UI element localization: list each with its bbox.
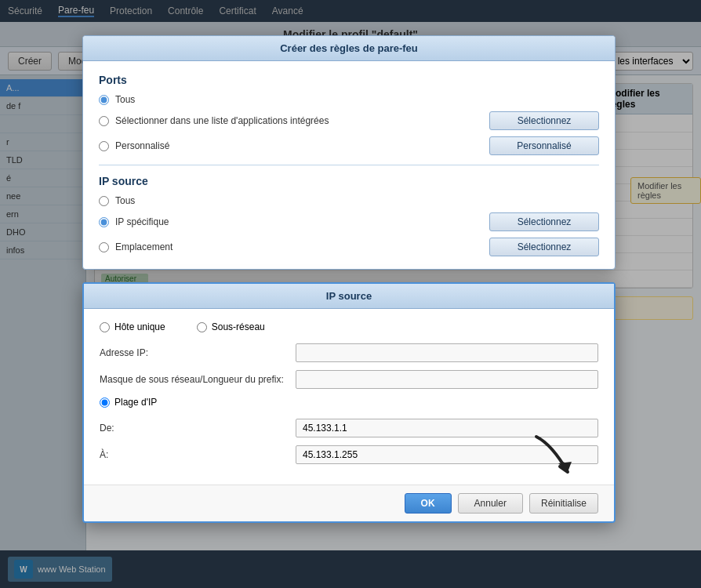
plage-ip-label: Plage d'IP <box>114 397 157 408</box>
dialog-ip-source: IP source Hôte unique Sous-réseau Adress… <box>82 282 616 523</box>
ports-tous-row: Tous <box>99 94 599 105</box>
ip-tous-radio[interactable] <box>99 196 109 206</box>
ip-source-section-title: IP source <box>99 175 599 187</box>
ports-radio-group: Tous Sélectionner dans une liste d'appli… <box>99 94 599 155</box>
de-input[interactable] <box>296 419 598 437</box>
ok-button[interactable]: OK <box>405 493 452 514</box>
masque-input[interactable] <box>296 370 598 389</box>
de-label: De: <box>100 423 288 434</box>
ip-type-radio-group: Hôte unique Sous-réseau <box>100 321 598 332</box>
masque-label: Masque de sous réseau/Longueur du prefix… <box>100 374 288 385</box>
ip-tous-label: Tous <box>115 195 135 206</box>
a-label: À: <box>100 449 288 460</box>
adresse-ip-input[interactable] <box>296 343 598 362</box>
ports-select-radio[interactable] <box>99 116 109 126</box>
dialog-ip-source-header: IP source <box>84 284 614 309</box>
ip-specific-button[interactable]: Sélectionnez <box>489 212 599 231</box>
ip-location-radio[interactable] <box>99 242 109 252</box>
plage-ip-row: Plage d'IP <box>100 397 598 408</box>
ip-specific-label: IP spécifique <box>115 216 169 227</box>
ports-select-row: Sélectionner dans une liste d'applicatio… <box>99 111 599 130</box>
adresse-ip-row: Adresse IP: <box>100 343 598 362</box>
ports-custom-button[interactable]: Personnalisé <box>489 136 599 155</box>
ports-section-title: Ports <box>99 74 599 86</box>
ports-tous-label: Tous <box>115 94 135 105</box>
ip-specific-row: IP spécifique Sélectionnez <box>99 212 599 231</box>
masque-row: Masque de sous réseau/Longueur du prefix… <box>100 370 598 389</box>
cancel-button[interactable]: Annuler <box>458 493 523 514</box>
sous-reseau-item: Sous-réseau <box>197 321 265 332</box>
plage-ip-radio[interactable] <box>100 397 110 408</box>
ports-tous-radio[interactable] <box>99 95 109 105</box>
a-input[interactable] <box>296 445 598 464</box>
ip-location-row: Emplacement Sélectionnez <box>99 238 599 256</box>
dialog-firewall-body: Ports Tous Sélectionner dans une liste d… <box>83 61 615 269</box>
hote-unique-item: Hôte unique <box>100 321 165 332</box>
ip-location-button[interactable]: Sélectionnez <box>489 238 599 256</box>
ip-location-label: Emplacement <box>115 241 173 252</box>
a-row: À: <box>100 445 598 464</box>
plage-ip-item: Plage d'IP <box>100 397 157 408</box>
dialog-ip-source-body: Hôte unique Sous-réseau Adresse IP: Masq… <box>84 309 614 485</box>
ports-custom-label: Personnalisé <box>115 140 169 151</box>
adresse-ip-label: Adresse IP: <box>100 347 288 358</box>
ip-specific-radio[interactable] <box>99 217 109 227</box>
dialog-firewall-header: Créer des règles de pare-feu <box>83 36 615 61</box>
hote-unique-label: Hôte unique <box>114 321 165 332</box>
sous-reseau-radio[interactable] <box>197 322 207 332</box>
dialog-firewall: Créer des règles de pare-feu Ports Tous … <box>82 35 616 270</box>
hote-unique-radio[interactable] <box>100 322 110 332</box>
dialog-ip-footer: OK Annuler Réinitialise <box>84 485 614 521</box>
reset-button[interactable]: Réinitialise <box>529 493 598 514</box>
de-row: De: <box>100 419 598 437</box>
ip-tous-row: Tous <box>99 195 599 206</box>
ports-select-label: Sélectionner dans une liste d'applicatio… <box>115 115 329 126</box>
ports-custom-radio[interactable] <box>99 141 109 151</box>
ports-custom-row: Personnalisé Personnalisé <box>99 136 599 155</box>
ip-source-radio-group: Tous IP spécifique Sélectionnez Emplacem… <box>99 195 599 256</box>
sous-reseau-label: Sous-réseau <box>212 321 265 332</box>
ports-select-button[interactable]: Sélectionnez <box>489 111 599 130</box>
